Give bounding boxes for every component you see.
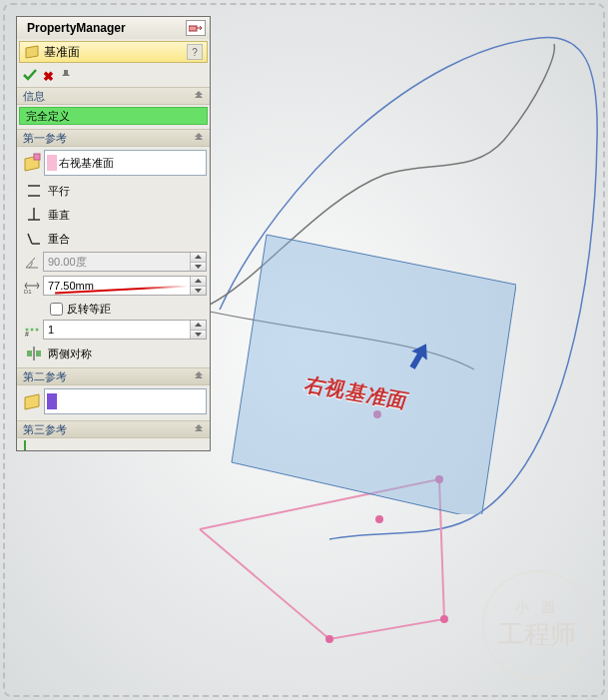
reverse-label[interactable]: 反转等距 (67, 302, 111, 317)
chevron-up-icon (194, 91, 204, 103)
reverse-checkbox[interactable] (50, 303, 63, 316)
action-row: ✖ (17, 65, 210, 87)
svg-point-4 (375, 515, 383, 523)
angle-icon (20, 253, 43, 271)
chevron-up-icon (194, 424, 204, 436)
coincident-icon (20, 230, 48, 248)
perpendicular-icon (20, 206, 48, 224)
ref1-selection-field[interactable]: 右视基准面 (44, 150, 207, 176)
spin-down-button[interactable] (190, 331, 206, 340)
instances-icon: # (20, 321, 43, 339)
sketch-plane[interactable] (227, 225, 516, 514)
ref3-label: 第三参考 (23, 422, 67, 437)
chevron-up-icon (194, 371, 204, 383)
info-label: 信息 (23, 89, 45, 104)
pin-button[interactable] (60, 69, 72, 84)
ref2-selection-field[interactable] (44, 388, 207, 414)
swatch-icon (47, 155, 57, 171)
ref1-selected-text: 右视基准面 (59, 156, 114, 171)
ref2-section-head[interactable]: 第二参考 (17, 367, 210, 385)
spin-up-button[interactable] (190, 321, 206, 331)
svg-text:#: # (25, 331, 29, 338)
watermark: 小 圆 工程师 (482, 570, 592, 680)
selection-icon (20, 151, 44, 175)
ref1-section-head[interactable]: 第一参考 (17, 129, 210, 147)
parallel-icon (20, 182, 48, 200)
feature-title: 基准面 (44, 44, 187, 61)
panel-title: PropertyManager (27, 21, 186, 35)
svg-marker-7 (26, 46, 38, 58)
ok-button[interactable] (23, 69, 37, 84)
coincident-option[interactable]: 重合 (48, 232, 70, 247)
chevron-up-icon (194, 133, 204, 145)
parallel-option[interactable]: 平行 (48, 184, 70, 199)
info-section-head[interactable]: 信息 (17, 87, 210, 105)
distance-icon: D1 (20, 277, 43, 295)
svg-rect-16 (36, 350, 41, 356)
swatch-icon (47, 393, 57, 409)
symmetric-icon (20, 345, 48, 362)
selection-icon (20, 389, 44, 413)
spin-down-icon (190, 263, 206, 272)
panel-header: PropertyManager (17, 17, 210, 39)
instances-input[interactable] (43, 320, 207, 340)
cancel-button[interactable]: ✖ (43, 69, 54, 84)
feature-title-row: 基准面 ? (19, 41, 208, 63)
svg-rect-15 (27, 350, 32, 356)
spin-up-button[interactable] (190, 277, 206, 287)
info-value: 完全定义 (19, 107, 208, 125)
help-button[interactable]: ? (187, 44, 203, 60)
svg-point-13 (35, 329, 38, 332)
angle-input (43, 252, 207, 272)
ref2-label: 第二参考 (23, 369, 67, 384)
ref3-section-head[interactable]: 第三参考 (17, 420, 210, 438)
ref1-body: 右视基准面 平行 垂直 重合 D1 (17, 147, 210, 367)
perpendicular-option[interactable]: 垂直 (48, 208, 70, 223)
svg-point-12 (30, 329, 33, 332)
instances-field[interactable] (44, 321, 190, 339)
svg-point-1 (440, 615, 448, 623)
spin-down-button[interactable] (190, 287, 206, 296)
spin-up-icon (190, 253, 206, 263)
svg-text:D1: D1 (24, 289, 32, 295)
svg-marker-5 (232, 235, 516, 514)
ref1-label: 第一参考 (23, 131, 67, 146)
angle-field (44, 253, 190, 271)
plane-feature-icon (24, 44, 40, 60)
symmetric-option[interactable]: 两侧对称 (48, 347, 92, 361)
svg-rect-6 (189, 26, 197, 31)
ref2-body (17, 385, 210, 420)
svg-rect-9 (34, 154, 40, 160)
svg-marker-17 (25, 394, 39, 409)
svg-point-2 (325, 635, 333, 643)
panel-toggle-button[interactable] (186, 20, 206, 36)
progress-bar-icon (24, 440, 26, 450)
ref3-body (17, 438, 210, 450)
property-manager-panel: PropertyManager 基准面 ? ✖ 信息 完全定义 第一参考 (16, 16, 211, 451)
